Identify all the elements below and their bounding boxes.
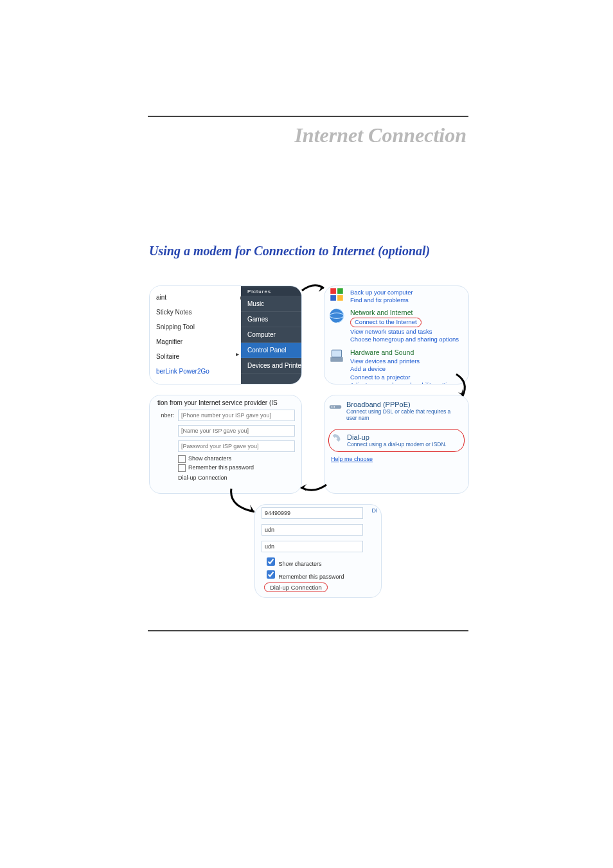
cp-link-backup[interactable]: Back up your computer <box>350 289 462 296</box>
svg-rect-7 <box>332 350 341 357</box>
hardware-icon <box>328 347 346 365</box>
submenu-caret-icon: ▸ <box>236 350 239 357</box>
start-ritem-pictures[interactable]: Pictures <box>241 287 301 296</box>
svg-rect-2 <box>330 295 336 301</box>
svg-rect-1 <box>337 288 343 294</box>
show-chars-label-filled: Show characters <box>279 561 322 567</box>
password-input[interactable] <box>178 440 295 452</box>
cp-link-adddev[interactable]: Add a device <box>350 365 462 373</box>
svg-rect-3 <box>337 295 343 301</box>
svg-point-9 <box>332 406 333 408</box>
option-dialup[interactable]: Dial-up Connect using a dial-up modem or… <box>328 429 465 452</box>
cp-link-netstatus[interactable]: View network status and tasks <box>350 328 462 336</box>
chapter-title: Internet Connection <box>294 123 466 147</box>
svg-point-10 <box>333 406 335 408</box>
start-ritem-music[interactable]: Music <box>241 296 301 312</box>
rule-top <box>148 116 468 117</box>
start-item-magnifier[interactable]: Magnifier <box>156 334 247 349</box>
start-item-power2go[interactable]: berLink Power2Go <box>156 364 247 379</box>
dialup-wizard-blank: tion from your Internet service provider… <box>149 395 302 494</box>
cp-link-homegroup[interactable]: Choose homegroup and sharing options <box>350 336 462 343</box>
broadband-sub: Connect using DSL or cable that requires… <box>346 408 462 421</box>
network-icon <box>328 307 346 325</box>
section-heading: Using a modem for Connection to Internet… <box>149 242 466 260</box>
cp-link-devices[interactable]: View devices and printers <box>350 357 462 365</box>
control-panel-screenshot: Back up your computer Find and fix probl… <box>324 285 469 384</box>
broadband-title: Broadband (PPPoE) <box>346 401 462 408</box>
cp-cat-hardware[interactable]: Hardware and Sound <box>350 348 414 356</box>
svg-rect-6 <box>330 357 343 363</box>
broadband-icon <box>328 399 342 413</box>
show-chars-checkbox-filled[interactable] <box>267 557 275 566</box>
username-input[interactable] <box>178 425 295 437</box>
cp-link-fix[interactable]: Find and fix problems <box>350 296 462 304</box>
connect-options-screenshot: Broadband (PPPoE) Connect using DSL or c… <box>324 395 469 494</box>
svg-rect-8 <box>330 405 341 409</box>
show-chars-checkbox[interactable] <box>178 455 186 463</box>
svg-rect-0 <box>330 288 336 294</box>
remember-label-filled: Remember this password <box>279 574 344 580</box>
dialing-rules-fragment: Di <box>372 507 378 514</box>
remember-checkbox-filled[interactable] <box>267 570 275 579</box>
start-item-snipping[interactable]: Snipping Tool <box>156 320 247 334</box>
remember-label: Remember this password <box>188 464 254 471</box>
password-input-filled[interactable] <box>262 541 363 552</box>
start-item-solitaire[interactable]: Solitaire <box>156 349 247 364</box>
cp-link-connect-internet[interactable]: Connect to the Internet <box>350 318 422 327</box>
flag-icon <box>328 286 345 305</box>
option-broadband[interactable]: Broadband (PPPoE) Connect using DSL or c… <box>324 395 468 426</box>
start-ritem-computer[interactable]: Computer <box>241 327 301 343</box>
phone-input-filled[interactable] <box>262 507 363 519</box>
start-menu-right: Pictures Music Games Computer Control Pa… <box>241 286 301 384</box>
help-me-choose-link[interactable]: Help me choose <box>324 452 468 462</box>
dialup-title: Dial-up <box>347 433 458 441</box>
phone-label-fragment: nber: <box>156 412 174 419</box>
start-ritem-devices[interactable]: Devices and Printe <box>241 358 301 374</box>
show-chars-label: Show characters <box>188 455 231 462</box>
wizard-header-fragment: tion from your Internet service provider… <box>150 395 301 408</box>
phone-input[interactable] <box>178 410 295 421</box>
start-ritem-games[interactable]: Games <box>241 312 301 327</box>
dialup-icon <box>332 432 346 446</box>
remember-checkbox[interactable] <box>178 464 186 472</box>
start-item-stickynotes[interactable]: Sticky Notes <box>156 305 247 320</box>
connection-name-filled: Dial-up Connection <box>264 583 328 592</box>
start-item-paint[interactable]: aint <box>156 290 247 305</box>
start-menu-screenshot: aint Sticky Notes Snipping Tool Magnifie… <box>149 285 302 384</box>
rule-bottom <box>148 630 468 631</box>
start-menu-left: aint Sticky Notes Snipping Tool Magnifie… <box>150 286 247 384</box>
dialup-wizard-filled: Di Show characters Remember this passwor… <box>254 504 382 598</box>
start-ritem-controlpanel[interactable]: Control Panel <box>241 343 301 358</box>
cp-link-projector[interactable]: Connect to a projector <box>350 374 462 381</box>
arrow-a-to-b <box>301 282 326 294</box>
connection-name-value: Dial-up Connection <box>150 472 301 481</box>
cp-cat-network[interactable]: Network and Internet <box>350 309 413 316</box>
username-input-filled[interactable] <box>262 524 363 536</box>
cp-link-mobility[interactable]: Adjust commonly used mobility settings <box>350 381 462 384</box>
dialup-sub: Connect using a dial-up modem or ISDN. <box>347 441 458 448</box>
